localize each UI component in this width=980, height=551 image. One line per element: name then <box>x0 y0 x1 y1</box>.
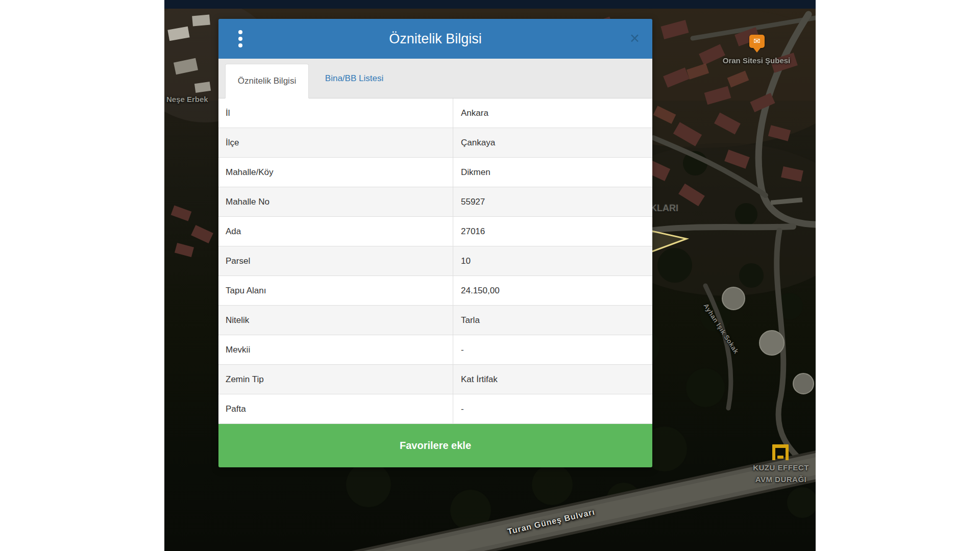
modal-tab-bar: Öznitelik Bilgisi Bina/BB Listesi <box>218 59 652 98</box>
tab-oznitelik-bilgisi[interactable]: Öznitelik Bilgisi <box>225 64 309 98</box>
row-value: 55927 <box>453 187 652 216</box>
table-row: Parsel10 <box>218 246 652 276</box>
top-bar <box>164 0 816 9</box>
row-value: Çankaya <box>453 128 652 157</box>
kebab-menu-icon[interactable] <box>235 30 246 47</box>
row-label: Ada <box>218 217 453 246</box>
row-value: Tarla <box>453 306 652 335</box>
envelope-glyph: ✉ <box>753 37 760 45</box>
map-label-kuzu-effect-line2: AVM DURAĞI <box>740 475 816 484</box>
modal-title: Öznitelik Bilgisi <box>218 19 652 59</box>
attribute-info-modal: Öznitelik Bilgisi ✕ Öznitelik Bilgisi Bi… <box>218 19 652 467</box>
table-row: Pafta- <box>218 394 652 424</box>
table-row: Zemin TipKat İrtifak <box>218 365 652 394</box>
row-value: - <box>453 335 652 364</box>
table-row: Tapu Alanı24.150,00 <box>218 276 652 306</box>
row-label: Tapu Alanı <box>218 276 453 305</box>
table-row: İlAnkara <box>218 98 652 128</box>
row-value: 24.150,00 <box>453 276 652 305</box>
table-row: Mahalle No55927 <box>218 187 652 217</box>
row-value: Kat İrtifak <box>453 365 652 394</box>
row-value: Ankara <box>453 98 652 128</box>
row-label: Pafta <box>218 394 453 423</box>
tab-bina-bb-listesi[interactable]: Bina/BB Listesi <box>313 59 395 98</box>
row-value: 27016 <box>453 217 652 246</box>
map-label-kuzu-effect-line1: KUZU EFFECT <box>740 463 816 472</box>
row-label: Mahalle No <box>218 187 453 216</box>
row-value: 10 <box>453 246 652 276</box>
row-value: - <box>453 394 652 423</box>
table-row: Mevkii- <box>218 335 652 365</box>
bus-stop-icon[interactable] <box>772 444 789 461</box>
row-label: Mevkii <box>218 335 453 364</box>
close-icon[interactable]: ✕ <box>629 32 640 45</box>
row-label: Zemin Tip <box>218 365 453 394</box>
attribute-table: İlAnkaraİlçeÇankayaMahalle/KöyDikmenMaha… <box>218 98 652 424</box>
table-row: Ada27016 <box>218 217 652 246</box>
envelope-marker-icon[interactable]: ✉ <box>749 35 765 48</box>
row-label: Parsel <box>218 246 453 276</box>
row-label: Nitelik <box>218 306 453 335</box>
table-row: NitelikTarla <box>218 306 652 335</box>
row-label: İlçe <box>218 128 453 157</box>
table-row: İlçeÇankaya <box>218 128 652 158</box>
row-label: Mahalle/Köy <box>218 158 453 187</box>
map-label-nese-erbek: Neşe Erbek <box>166 95 208 104</box>
add-to-favorites-button[interactable]: Favorilere ekle <box>218 424 652 467</box>
row-value: Dikmen <box>453 158 652 187</box>
row-label: İl <box>218 98 453 128</box>
table-row: Mahalle/KöyDikmen <box>218 158 652 187</box>
map-label-oran-sitesi: Oran Sitesi Şubesi <box>710 56 802 65</box>
modal-header: Öznitelik Bilgisi ✕ <box>218 19 652 59</box>
